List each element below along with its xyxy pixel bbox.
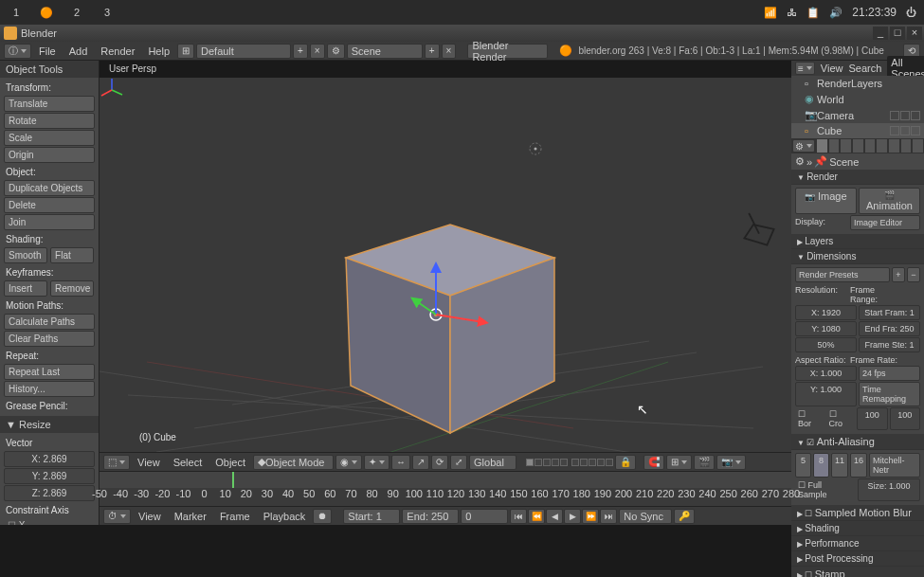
antialiasing-checkbox[interactable]	[806, 438, 817, 447]
view-menu[interactable]: View	[132, 457, 166, 468]
sync-dropdown[interactable]: No Sync	[619, 509, 672, 524]
duplicate-button[interactable]: Duplicate Objects	[4, 180, 95, 196]
stamp-checkbox[interactable]	[805, 570, 815, 577]
outliner[interactable]: ▫RenderLayers ◉World 📷Camera ▫Cube	[791, 76, 924, 138]
aspect-y-field[interactable]: Y: 1.000	[795, 382, 857, 406]
layer-buttons[interactable]	[526, 459, 613, 466]
snap-toggle[interactable]: 🧲	[643, 455, 664, 470]
keying-set-button[interactable]: 🔑	[674, 509, 695, 524]
power-icon[interactable]: ⏻	[906, 7, 916, 18]
history-button[interactable]: History...	[4, 381, 95, 397]
repeat-last-button[interactable]: Repeat Last	[4, 364, 95, 380]
scene-dropdown[interactable]: Scene	[347, 44, 423, 59]
frame-end-field[interactable]: End Fra: 250	[859, 321, 920, 336]
resize-y-field[interactable]: Y: 2.869	[4, 468, 95, 484]
select-menu[interactable]: Select	[168, 457, 208, 468]
editor-type-properties-icon[interactable]: ⚙	[792, 139, 815, 153]
render-animation-button[interactable]: 🎬 Animation	[859, 188, 920, 214]
tab-constraints[interactable]	[865, 139, 876, 153]
tab-modifiers[interactable]	[877, 139, 887, 153]
end-frame-field[interactable]: End: 250	[402, 509, 459, 524]
timeline-marker-menu[interactable]: Marker	[169, 511, 212, 522]
transform-orientation-dropdown[interactable]: Global	[469, 455, 516, 470]
stamp-panel-header[interactable]: Stamp	[791, 567, 924, 577]
opengl-render-button[interactable]: 📷	[716, 455, 746, 470]
translate-button[interactable]: Translate	[4, 96, 95, 112]
render-panel-header[interactable]: Render	[791, 170, 924, 185]
outliner-item-renderlayers[interactable]: ▫RenderLayers	[791, 76, 924, 91]
manipulator-scale[interactable]: ⤢	[450, 455, 467, 470]
scale-button[interactable]: Scale	[4, 130, 95, 146]
resize-z-field[interactable]: Z: 2.869	[4, 485, 95, 501]
tab-world[interactable]	[841, 139, 851, 153]
mode-dropdown[interactable]: ◆ Object Mode	[253, 455, 334, 470]
timeline-view-menu[interactable]: View	[133, 511, 167, 522]
smooth-button[interactable]: Smooth	[4, 247, 47, 263]
outliner-search-menu[interactable]: Search	[849, 63, 882, 74]
clear-paths-button[interactable]: Clear Paths	[4, 331, 95, 347]
maximize-button[interactable]: □	[890, 27, 905, 40]
editor-type-3dview-icon[interactable]: ⬚	[103, 455, 130, 470]
sound-icon[interactable]: 🔊	[829, 7, 842, 19]
keyframe-prev-button[interactable]: ⏪	[528, 509, 545, 524]
res-x-field[interactable]: X: 1920	[795, 305, 857, 320]
timeline[interactable]: -50-40-30-20-100102030405060708090100110…	[100, 471, 791, 506]
viewport-shading-button[interactable]: ◉	[335, 455, 362, 470]
snap-element-button[interactable]: ⊞	[666, 455, 692, 470]
menu-add[interactable]: Add	[63, 45, 94, 57]
pivot-point-button[interactable]: ✦	[364, 455, 390, 470]
tab-texture[interactable]	[913, 139, 923, 153]
notes-icon[interactable]: 📋	[806, 7, 820, 19]
insert-keyframe-button[interactable]: Insert	[4, 280, 47, 297]
frame-start-field[interactable]: Start Fram: 1	[859, 305, 920, 320]
play-reverse-button[interactable]: ◀	[546, 509, 563, 524]
motion-blur-panel-header[interactable]: Sampled Motion Blur	[791, 505, 924, 521]
post-processing-panel-header[interactable]: Post Processing	[791, 551, 924, 567]
fps-dropdown[interactable]: 24 fps	[859, 366, 920, 381]
timeline-frame-menu[interactable]: Frame	[214, 511, 256, 522]
operator-panel-header[interactable]: ▼ Resize	[0, 416, 99, 433]
minimize-button[interactable]: _	[873, 27, 888, 40]
border-checkbox[interactable]: Bor	[795, 407, 824, 430]
editor-type-icon[interactable]: ⓘ	[4, 44, 31, 59]
rotate-button[interactable]: Rotate	[4, 113, 95, 129]
full-sample-checkbox[interactable]: Full Sample	[795, 478, 856, 501]
start-frame-field[interactable]: Start: 1	[343, 509, 400, 524]
outliner-item-world[interactable]: ◉World	[791, 91, 924, 107]
render-preview-button[interactable]: 🎬	[694, 455, 715, 470]
render-image-button[interactable]: 📷 Image	[795, 188, 857, 214]
menu-file[interactable]: File	[33, 45, 62, 57]
antialiasing-panel-header[interactable]: Anti-Aliasing	[791, 434, 924, 450]
3d-viewport[interactable]: (0) Cube ↖	[100, 78, 791, 452]
manipulator-translate[interactable]: ↗	[412, 455, 429, 470]
origin-button[interactable]: Origin	[4, 147, 95, 163]
res-pct-field[interactable]: 50%	[795, 337, 857, 352]
current-frame-field[interactable]: 0	[461, 509, 508, 524]
display-dropdown[interactable]: Image Editor	[850, 215, 920, 230]
close-button[interactable]: ×	[907, 27, 922, 40]
outliner-item-cube[interactable]: ▫Cube	[791, 123, 924, 138]
workspace-1[interactable]: 1	[8, 4, 25, 21]
workspace-2[interactable]: 2	[68, 4, 85, 21]
timeline-playback-menu[interactable]: Playback	[258, 511, 312, 522]
play-button[interactable]: ▶	[564, 509, 581, 524]
wifi-icon[interactable]: 📶	[764, 7, 777, 19]
layout-browse-button[interactable]: ⊞	[177, 44, 194, 59]
scene-pin-icon[interactable]: 📌	[814, 155, 827, 168]
time-remapping-dropdown[interactable]: Time Remapping	[859, 382, 920, 406]
scene-remove-button[interactable]: ×	[442, 44, 457, 59]
jump-start-button[interactable]: ⏮	[510, 509, 527, 524]
res-y-field[interactable]: Y: 1080	[795, 321, 857, 336]
aa-16-button[interactable]: 16	[850, 453, 867, 478]
calculate-paths-button[interactable]: Calculate Paths	[4, 314, 95, 330]
object-menu[interactable]: Object	[209, 457, 251, 468]
shading-panel-header[interactable]: Shading	[791, 521, 924, 536]
blender-taskbar-icon[interactable]: 🟠	[38, 4, 55, 21]
menu-render[interactable]: Render	[95, 45, 140, 57]
menu-help[interactable]: Help	[142, 45, 175, 57]
remap-old-field[interactable]: 100	[857, 407, 888, 430]
aa-8-button[interactable]: 8	[813, 453, 829, 478]
flat-button[interactable]: Flat	[50, 247, 94, 263]
outliner-view-menu[interactable]: View	[821, 63, 843, 74]
remove-keyframe-button[interactable]: Remove	[50, 280, 94, 297]
